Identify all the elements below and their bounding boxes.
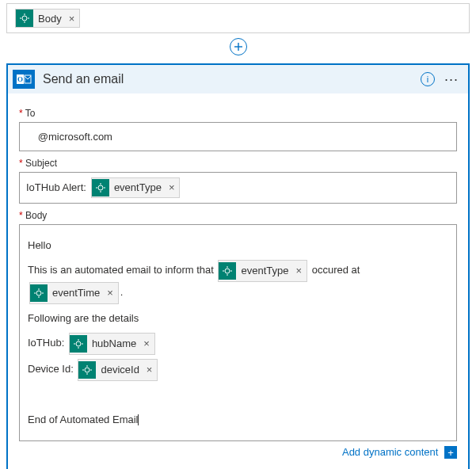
more-icon[interactable]: ··· [443,76,460,83]
dynamic-content-row: Add dynamic content + [19,446,457,459]
info-icon[interactable]: i [421,72,435,86]
event-grid-icon [16,10,33,27]
svg-point-30 [85,368,89,372]
subject-label: * Subject [19,158,457,169]
svg-point-15 [225,269,230,273]
previous-action-bar: Body × [6,3,470,33]
event-grid-icon [30,284,48,302]
event-grid-icon [219,262,236,280]
body-line-iothub: IoTHub: hubName × [28,333,448,355]
svg-text:O: O [17,75,23,83]
svg-point-0 [22,16,27,21]
subject-input[interactable]: IoTHub Alert: eventType × [19,172,457,203]
svg-point-10 [98,185,103,190]
to-value: @microsoft.com [38,128,112,146]
card-title: Send an email [43,72,413,86]
event-grid-icon [78,361,96,379]
outlook-icon: O [13,70,35,89]
close-icon[interactable]: × [67,13,78,25]
dynamic-content-badge-icon[interactable]: + [444,446,457,459]
close-icon[interactable]: × [105,283,116,303]
token-hubname[interactable]: hubName × [69,333,155,355]
card-header[interactable]: O Send an email i ··· [8,65,468,93]
text-cursor [138,414,139,425]
svg-point-20 [36,291,41,296]
subject-prefix: IoTHub Alert: [26,178,86,196]
card-body: * To @microsoft.com * Subject IoTHub Ale… [8,93,468,469]
token-body[interactable]: Body × [15,9,80,28]
body-line-hello: Hello [28,235,448,256]
event-grid-icon [92,179,109,196]
svg-point-25 [76,341,81,346]
to-input[interactable]: @microsoft.com [19,122,457,151]
body-line-device: Device Id: deviceId × [28,359,448,381]
token-eventtype[interactable]: eventType × [91,177,181,197]
body-line-details: Following are the details [28,308,448,329]
send-email-card: O Send an email i ··· * To @microsoft.co… [6,63,470,469]
token-deviceid[interactable]: deviceId × [78,359,158,381]
token-eventtime[interactable]: eventTime × [29,282,119,304]
body-line-intro: This is an automated email to inform tha… [28,260,448,304]
body-input[interactable]: Hello This is an automated email to info… [19,224,457,441]
body-line-end: End of Automated Email [28,410,448,430]
body-label: * Body [19,210,457,221]
to-label: * To [19,108,457,119]
token-label: Body [38,13,62,25]
add-step-button[interactable] [230,38,247,55]
close-icon[interactable]: × [293,261,304,281]
token-eventtype[interactable]: eventType × [218,260,307,282]
close-icon[interactable]: × [141,334,152,354]
event-grid-icon [70,335,87,353]
add-dynamic-content-link[interactable]: Add dynamic content [342,446,438,458]
close-icon[interactable]: × [166,178,177,196]
plus-icon [234,42,243,51]
close-icon[interactable]: × [144,360,155,380]
add-step-row [6,38,470,55]
